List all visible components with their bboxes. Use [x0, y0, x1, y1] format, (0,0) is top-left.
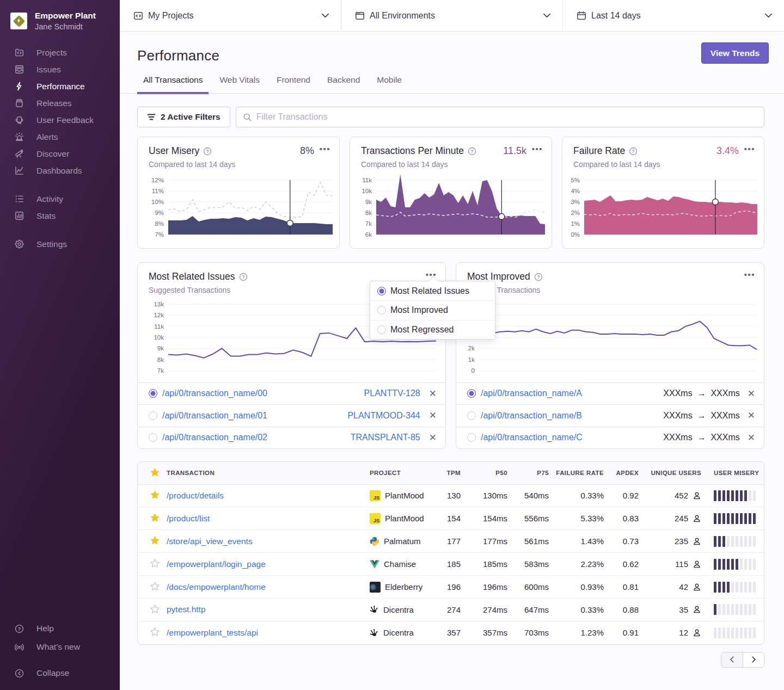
svg-text:0%: 0%: [571, 231, 580, 238]
svg-text:12k: 12k: [154, 312, 164, 318]
svg-text:?: ?: [206, 149, 210, 154]
svg-text:2k: 2k: [468, 345, 475, 352]
svg-text:11%: 11%: [152, 188, 164, 194]
svg-text:9k: 9k: [157, 345, 164, 352]
svg-text:?: ?: [470, 149, 474, 154]
svg-text:8%: 8%: [155, 220, 164, 227]
svg-text:?: ?: [242, 274, 245, 280]
svg-text:7k: 7k: [365, 220, 372, 227]
svg-text:8k: 8k: [157, 356, 164, 363]
svg-text:2%: 2%: [571, 210, 580, 216]
svg-text:13k: 13k: [154, 301, 164, 307]
svg-text:10k: 10k: [362, 188, 372, 194]
svg-text:11k: 11k: [154, 323, 164, 330]
svg-text:?: ?: [537, 274, 540, 280]
svg-text:10k: 10k: [154, 334, 164, 341]
svg-text:8k: 8k: [365, 210, 372, 216]
svg-text:10%: 10%: [151, 199, 164, 205]
svg-text:1%: 1%: [571, 220, 580, 227]
svg-text:11k: 11k: [362, 177, 372, 183]
svg-text:4%: 4%: [571, 188, 580, 194]
svg-text:5%: 5%: [571, 177, 580, 183]
svg-text:?: ?: [632, 149, 635, 154]
svg-text:6k: 6k: [365, 231, 372, 238]
svg-text:3%: 3%: [571, 199, 580, 205]
svg-text:12%: 12%: [151, 177, 164, 183]
svg-text:9k: 9k: [365, 199, 372, 205]
svg-text:1k: 1k: [468, 356, 475, 363]
svg-text:7%: 7%: [155, 231, 164, 238]
svg-text:9%: 9%: [155, 210, 164, 216]
svg-text:7k: 7k: [157, 367, 164, 374]
svg-text:0: 0: [471, 367, 475, 374]
svg-text:?: ?: [18, 625, 21, 631]
